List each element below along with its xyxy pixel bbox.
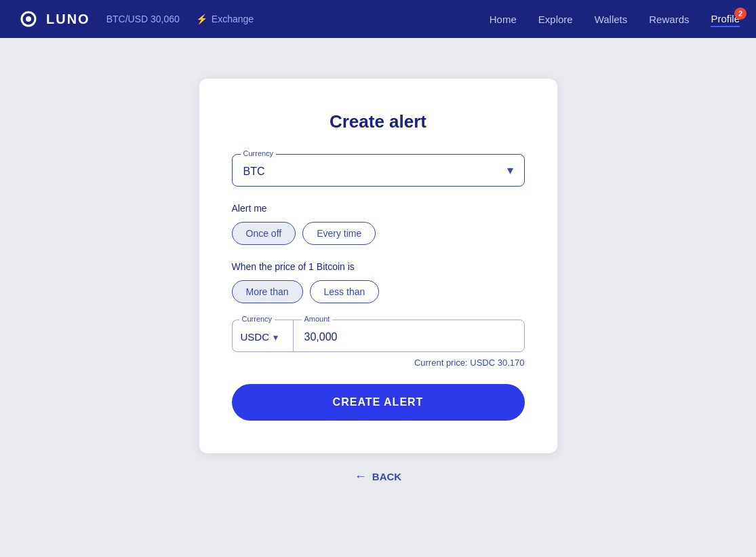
alert-me-label: Alert me <box>232 203 525 214</box>
once-off-button[interactable]: Once off <box>232 222 296 245</box>
logo[interactable]: LUNO <box>16 7 90 31</box>
nav-explore[interactable]: Explore <box>538 14 573 25</box>
currency-select-wrapper[interactable]: Currency BTC ▾ BTC ETH XRP SOL <box>232 154 525 187</box>
currency-field-group: Currency BTC ▾ BTC ETH XRP SOL <box>232 154 525 187</box>
nav-profile-wrapper: Profile 2 <box>711 13 740 25</box>
create-alert-button[interactable]: CREATE ALERT <box>232 384 525 421</box>
card-title: Create alert <box>232 111 525 132</box>
back-arrow-icon: ← <box>355 469 367 484</box>
nav-home[interactable]: Home <box>490 14 517 25</box>
amount-input-label: Amount <box>302 315 333 323</box>
alert-toggle-group: Once off Every time <box>232 222 525 245</box>
nav-links: Home Explore Wallets Rewards Profile 2 <box>490 13 740 25</box>
price-label: BTC/USD 30,060 <box>106 14 180 24</box>
current-price-text: Current price: USDC 30,170 <box>232 358 525 368</box>
exchange-icon: ⚡ <box>196 14 207 24</box>
amount-field-group: Currency USDC ▾ USDC USD Amount Current … <box>232 320 525 368</box>
amount-currency-wrapper[interactable]: Currency USDC ▾ USDC USD <box>232 320 293 352</box>
price-condition-label: When the price of 1 Bitcoin is <box>232 261 525 272</box>
exchange-label: Exchange <box>212 14 254 24</box>
back-link[interactable]: ← BACK <box>355 469 401 484</box>
less-than-button[interactable]: Less than <box>310 280 380 303</box>
more-than-button[interactable]: More than <box>232 280 303 303</box>
create-alert-card: Create alert Currency BTC ▾ BTC ETH XRP … <box>199 79 557 453</box>
price-toggle-group: More than Less than <box>232 280 525 303</box>
amount-input-wrapper: Amount <box>293 320 525 352</box>
notification-badge: 2 <box>734 7 747 20</box>
alert-me-group: Alert me Once off Every time <box>232 203 525 245</box>
back-label: BACK <box>372 471 401 482</box>
exchange-link[interactable]: ⚡ Exchange <box>196 14 254 24</box>
nav-wallets[interactable]: Wallets <box>595 14 628 25</box>
svg-point-2 <box>26 16 31 22</box>
logo-text: LUNO <box>46 12 90 27</box>
amount-input[interactable] <box>304 326 513 346</box>
every-time-button[interactable]: Every time <box>302 222 376 245</box>
price-condition-group: When the price of 1 Bitcoin is More than… <box>232 261 525 303</box>
nav-rewards[interactable]: Rewards <box>649 14 689 25</box>
navbar: LUNO BTC/USD 30,060 ⚡ Exchange Home Expl… <box>0 0 756 38</box>
amount-row: Currency USDC ▾ USDC USD Amount <box>232 320 525 352</box>
page-content: Create alert Currency BTC ▾ BTC ETH XRP … <box>0 38 756 511</box>
